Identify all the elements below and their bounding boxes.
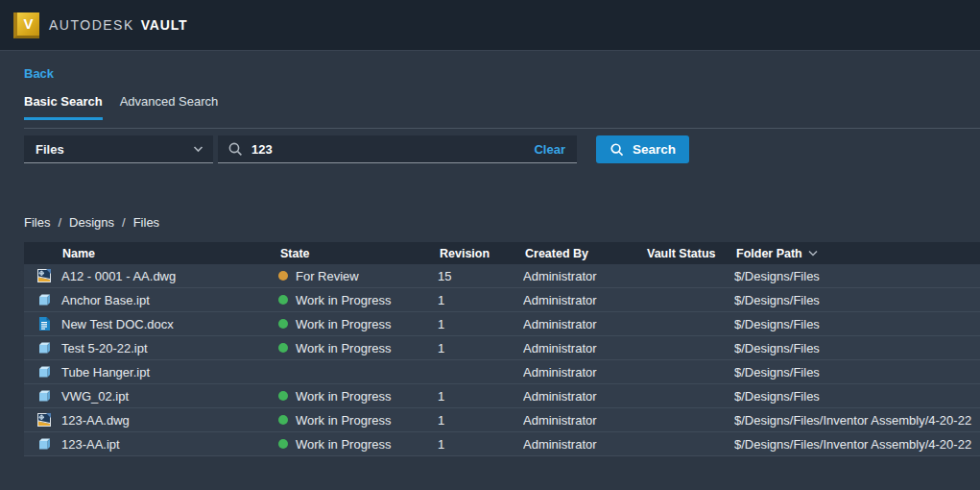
state-cell: Work in Progress [278, 413, 438, 428]
table-row[interactable]: 123-AA.dwgWork in Progress1Administrator… [24, 408, 980, 432]
revision-cell: 1 [438, 389, 523, 404]
state-cell: Work in Progress [278, 437, 438, 452]
folder-path-cell: $/Designs/Files [734, 269, 980, 283]
autodesk-vault-logo-icon: V [13, 12, 39, 38]
revision-cell: 1 [438, 293, 523, 307]
brand-product: VAULT [141, 17, 188, 33]
tab-advanced-search[interactable]: Advanced Search [120, 94, 219, 120]
search-category-select[interactable]: Files [24, 135, 213, 163]
docx-file-icon [36, 316, 52, 331]
search-button-label: Search [633, 142, 676, 157]
tab-basic-search[interactable]: Basic Search [24, 94, 103, 120]
breadcrumb-item[interactable]: Files [24, 215, 50, 230]
ipt-file-icon [36, 388, 52, 404]
folder-path-cell: $/Designs/Files [734, 317, 980, 331]
table-row[interactable]: Tube Hanger.iptAdministrator$/Designs/Fi… [24, 360, 980, 384]
table-row[interactable]: 123-AA.iptWork in Progress1Administrator… [24, 432, 980, 456]
breadcrumb-item[interactable]: Designs [69, 215, 114, 230]
state-dot-icon [278, 343, 288, 353]
state-dot-icon [278, 415, 288, 425]
search-category-value: Files [36, 142, 64, 157]
ipt-file-icon [36, 340, 52, 355]
state-dot-icon [278, 391, 288, 401]
state-cell: For Review [278, 269, 438, 283]
dwg-file-icon [36, 268, 52, 283]
column-header-folder-path[interactable]: Folder Path [734, 247, 980, 260]
search-icon [227, 141, 244, 158]
state-label: Work in Progress [296, 317, 391, 331]
search-button[interactable]: Search [596, 135, 689, 163]
column-header-created-by[interactable]: Created By [523, 247, 645, 260]
state-dot-icon [278, 295, 288, 305]
folder-path-cell: $/Designs/Files [734, 341, 980, 355]
ipt-file-icon [36, 292, 52, 307]
app-header: V AUTODESK VAULT [0, 0, 980, 51]
table-row[interactable]: Test 5-20-22.iptWork in Progress1Adminis… [24, 336, 980, 360]
table-row[interactable]: New Test DOC.docxWork in Progress1Admini… [24, 312, 980, 336]
clear-button[interactable]: Clear [534, 142, 565, 157]
breadcrumb: Files/Designs/Files [24, 215, 980, 230]
dwg-file-icon [36, 412, 52, 428]
state-label: Work in Progress [296, 341, 391, 355]
revision-cell: 1 [438, 437, 523, 452]
search-query-value: 123 [251, 142, 534, 157]
chevron-down-icon [193, 145, 203, 153]
column-header-state[interactable]: State [278, 247, 438, 260]
brand-autodesk: AUTODESK [49, 17, 134, 33]
breadcrumb-separator: / [122, 215, 126, 230]
file-name: 123-AA.ipt [61, 437, 120, 452]
results-table: Name State Revision Created By Vault Sta… [24, 242, 980, 456]
tabbar-divider [24, 128, 980, 129]
file-name: VWG_02.ipt [61, 389, 129, 404]
created-by-cell: Administrator [523, 365, 645, 380]
back-link[interactable]: Back [24, 66, 54, 81]
created-by-cell: Administrator [523, 413, 645, 428]
table-header-row: Name State Revision Created By Vault Sta… [24, 242, 980, 264]
column-header-revision[interactable]: Revision [438, 247, 523, 260]
folder-path-cell: $/Designs/Files [734, 293, 980, 307]
table-row[interactable]: VWG_02.iptWork in Progress1Administrator… [24, 384, 980, 408]
state-label: For Review [296, 269, 359, 283]
state-dot-icon [278, 271, 288, 281]
search-row: Files 123 Clear Search [24, 135, 980, 163]
file-name: Anchor Base.ipt [61, 293, 150, 307]
file-name: 123-AA.dwg [61, 413, 130, 428]
state-cell: Work in Progress [278, 389, 438, 404]
state-cell: Work in Progress [278, 293, 438, 307]
created-by-cell: Administrator [523, 437, 645, 452]
table-row[interactable]: Anchor Base.iptWork in Progress1Administ… [24, 288, 980, 312]
state-label: Work in Progress [296, 293, 391, 307]
state-cell: Work in Progress [278, 341, 438, 355]
state-dot-icon [278, 439, 288, 449]
revision-cell: 1 [438, 413, 523, 428]
state-cell: Work in Progress [278, 317, 438, 331]
column-header-vault-status[interactable]: Vault Status [645, 247, 734, 260]
ipt-file-icon [36, 364, 52, 380]
search-tabs: Basic Search Advanced Search [24, 94, 980, 120]
breadcrumb-separator: / [58, 215, 61, 230]
file-name: A12 - 0001 - AA.dwg [61, 269, 176, 283]
folder-path-cell: $/Designs/Files/Inventor Assembly/4-20-2… [734, 437, 980, 452]
created-by-cell: Administrator [523, 269, 645, 283]
state-label: Work in Progress [296, 389, 391, 404]
created-by-cell: Administrator [523, 293, 645, 307]
file-name: New Test DOC.docx [61, 317, 174, 331]
file-name: Test 5-20-22.ipt [61, 341, 148, 355]
revision-cell: 15 [438, 269, 523, 283]
search-button-icon [610, 142, 625, 158]
logo-letter: V [23, 15, 33, 32]
revision-cell: 1 [438, 341, 523, 355]
created-by-cell: Administrator [523, 389, 645, 404]
table-row[interactable]: A12 - 0001 - AA.dwgFor Review15Administr… [24, 264, 980, 288]
column-header-name[interactable]: Name [24, 247, 278, 260]
state-dot-icon [278, 319, 288, 329]
revision-cell: 1 [438, 317, 523, 331]
sort-chevron-down-icon [808, 250, 818, 257]
created-by-cell: Administrator [523, 317, 645, 331]
brand: AUTODESK VAULT [49, 17, 187, 33]
folder-path-cell: $/Designs/Files/Inventor Assembly/4-20-2… [734, 413, 980, 428]
search-input[interactable]: 123 Clear [218, 135, 577, 163]
created-by-cell: Administrator [523, 341, 645, 355]
state-label: Work in Progress [296, 437, 391, 452]
breadcrumb-item[interactable]: Files [133, 215, 159, 230]
